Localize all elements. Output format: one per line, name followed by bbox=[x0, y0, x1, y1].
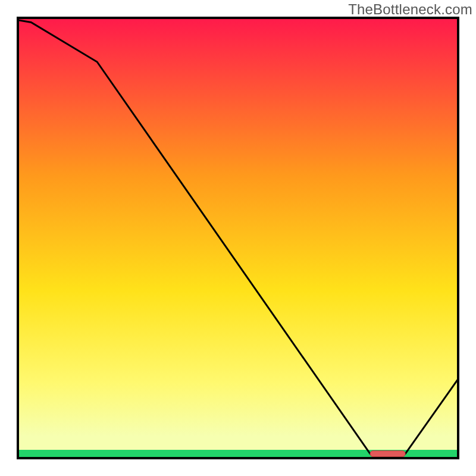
chart-stage: TheBottleneck.com bbox=[0, 0, 476, 476]
optimum-marker bbox=[370, 451, 405, 457]
plot-background bbox=[18, 18, 458, 458]
bottleneck-chart bbox=[0, 0, 476, 476]
